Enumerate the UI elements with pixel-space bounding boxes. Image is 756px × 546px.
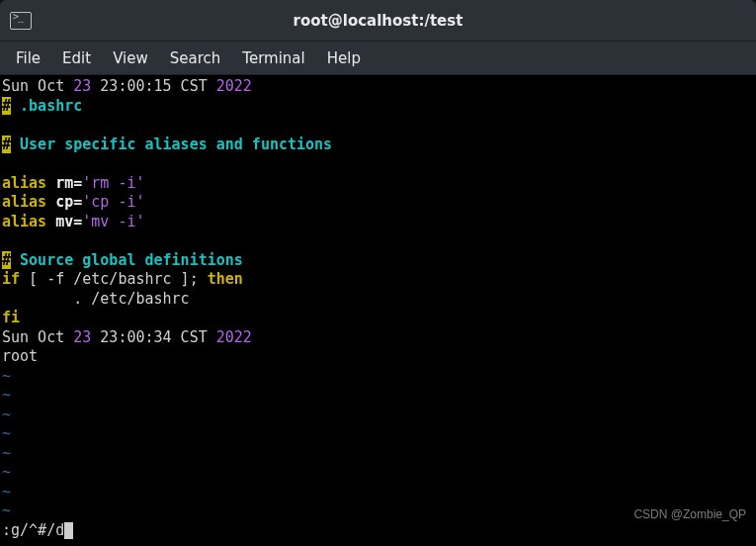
line-tilde: ~ [2,444,754,464]
line-tilde: ~ [2,483,754,502]
line-tilde: ~ [2,463,754,483]
line-blank1 [2,116,754,136]
cursor [64,522,73,539]
line-if: if [ -f /etc/bashrc ]; then [2,270,754,290]
vim-command: :g/^#/d [2,521,64,539]
window-title: root@localhost:/test [43,12,713,30]
line-date2: Sun Oct 23 23:00:34 CST 2022 [2,328,754,348]
line-bashrc: # .bashrc [2,97,754,117]
line-root: root [2,347,754,367]
line-tilde: ~ [2,386,754,406]
line-alias-rm: alias rm='rm -i' [2,174,754,194]
line-tilde: ~ [2,367,754,387]
line-fi: fi [2,309,754,328]
line-blank2 [2,154,754,174]
watermark: CSDN @Zombie_QP [633,505,746,525]
terminal-icon [10,12,32,30]
menu-help[interactable]: Help [317,46,371,71]
window-titlebar: root@localhost:/test [0,0,756,42]
menu-edit[interactable]: Edit [52,46,101,71]
menu-search[interactable]: Search [160,46,231,71]
line-blank3 [2,231,754,251]
menu-view[interactable]: View [103,46,158,71]
line-tilde: ~ [2,424,754,444]
line-alias-mv: alias mv='mv -i' [2,213,754,232]
line-alias-cp: alias cp='cp -i' [2,193,754,213]
menu-file[interactable]: File [6,46,50,71]
menu-terminal[interactable]: Terminal [232,46,314,71]
line-date1: Sun Oct 23 23:00:15 CST 2022 [2,77,754,97]
line-comment1: # User specific aliases and functions [2,136,754,155]
line-tilde: ~ [2,406,754,425]
menu-bar: File Edit View Search Terminal Help [0,42,756,75]
line-source: . /etc/bashrc [2,290,754,310]
terminal-viewport[interactable]: Sun Oct 23 23:00:15 CST 2022 # .bashrc #… [0,75,756,546]
line-comment2: # Source global definitions [2,251,754,271]
